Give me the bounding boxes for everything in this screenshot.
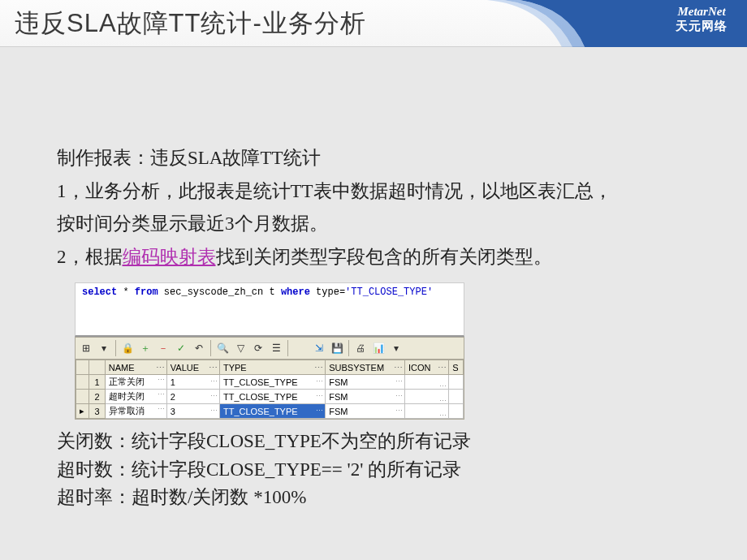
sql-blank-area	[75, 301, 464, 337]
para-2-pre: 2，根据	[57, 247, 123, 267]
page-title: 违反SLA故障TT统计-业务分析	[0, 6, 366, 41]
cell-value: 1⋯	[166, 375, 219, 390]
result-toolbar: ⊞ ▾ 🔒 ＋ － ✓ ↶ 🔍 ▽ ⟳ ☰ ⇲ 💾 🖨 📊 ▾	[75, 337, 464, 360]
export-icon[interactable]: ⇲	[312, 341, 326, 355]
col-rownum	[89, 360, 106, 375]
chart-icon[interactable]: 📊	[371, 341, 386, 355]
grid-icon[interactable]: ⊞	[79, 341, 93, 355]
refresh-icon[interactable]: ⟳	[251, 341, 266, 355]
row-marker: ▸	[76, 404, 89, 419]
sql-kw-select: select	[82, 286, 117, 298]
check-icon[interactable]: ✓	[174, 341, 188, 355]
brand-logo: MetarNet 天元网络	[676, 5, 728, 34]
note-timeout-rate: 超时率：超时数/关闭数 *100%	[57, 484, 690, 512]
col-type[interactable]: TYPE⋯	[219, 360, 325, 375]
grid-header-row: NAME⋯ VALUE⋯ TYPE⋯ SUBSYSTEM⋯ ICON⋯ S	[76, 360, 464, 375]
para-intro: 制作报表：违反SLA故障TT统计	[57, 144, 690, 173]
dropdown-icon[interactable]: ▾	[97, 341, 111, 355]
cell-extra	[449, 390, 464, 404]
table-row[interactable]: 1 正常关闭⋯ 1⋯ TT_CLOSE_TYPE⋯ FSM⋯ ⋯	[76, 375, 464, 390]
row-num: 1	[89, 375, 106, 390]
sql-editor-block: select * from sec_syscode_zh_cn t where …	[75, 282, 464, 420]
table-row[interactable]: ▸ 3 异常取消⋯ 3⋯ TT_CLOSE_TYPE⋯ FSM⋯ ⋯	[76, 404, 464, 419]
cell-extra	[449, 375, 464, 390]
separator	[115, 340, 116, 356]
row-num: 2	[89, 390, 106, 404]
slide-content: 制作报表：违反SLA故障TT统计 1，业务分析，此报表是统计TT表中数据超时情况…	[0, 47, 747, 512]
cell-icon: ⋯	[404, 404, 448, 419]
remove-icon[interactable]: －	[156, 341, 171, 355]
row-marker	[76, 375, 89, 390]
separator	[210, 340, 211, 356]
row-num: 3	[89, 404, 106, 419]
cell-icon: ⋯	[404, 390, 448, 404]
notes-block: 关闭数：统计字段CLOSE_TYPE不为空的所有记录 超时数：统计字段CLOSE…	[57, 428, 690, 512]
brand-cn: 天元网络	[676, 19, 728, 34]
sql-string: 'TT_CLOSE_TYPE'	[345, 286, 433, 298]
cell-type: TT_CLOSE_TYPE⋯	[219, 390, 325, 404]
mapping-table-link[interactable]: 编码映射表	[123, 247, 216, 267]
header-decoration: MetarNet 天元网络	[455, 0, 747, 47]
col-icon[interactable]: ICON⋯	[404, 360, 448, 375]
note-timeout-count: 超时数：统计字段CLOSE_TYPE== '2' 的所有记录	[57, 456, 690, 485]
cell-value: 3⋯	[166, 404, 219, 419]
para-2-post: 找到关闭类型字段包含的所有关闭类型。	[216, 247, 552, 267]
separator	[348, 340, 349, 356]
sql-kw-where: where	[281, 286, 310, 298]
para-1b: 按时间分类显示最近3个月数据。	[57, 210, 690, 239]
cell-name: 正常关闭⋯	[105, 375, 166, 390]
para-1a: 1，业务分析，此报表是统计TT表中数据超时情况，以地区表汇总，	[57, 178, 690, 206]
cell-name: 异常取消⋯	[105, 404, 166, 419]
col-name[interactable]: NAME⋯	[105, 360, 166, 375]
dropdown2-icon[interactable]: ▾	[389, 341, 404, 355]
table-row[interactable]: 2 超时关闭⋯ 2⋯ TT_CLOSE_TYPE⋯ FSM⋯ ⋯	[76, 390, 464, 404]
print-icon[interactable]: 🖨	[353, 341, 368, 355]
result-grid[interactable]: NAME⋯ VALUE⋯ TYPE⋯ SUBSYSTEM⋯ ICON⋯ S 1 …	[75, 360, 464, 420]
cell-type: TT_CLOSE_TYPE⋯	[219, 375, 325, 390]
cell-sub: FSM⋯	[326, 404, 405, 419]
col-marker	[76, 360, 89, 375]
cell-name: 超时关闭⋯	[105, 390, 166, 404]
para-2: 2，根据编码映射表找到关闭类型字段包含的所有关闭类型。	[57, 243, 690, 272]
brand-en: MetarNet	[676, 5, 728, 19]
slide-header: 违反SLA故障TT统计-业务分析 MetarNet 天元网络	[0, 0, 747, 47]
lock-icon[interactable]: 🔒	[120, 341, 135, 355]
col-extra[interactable]: S	[449, 360, 464, 375]
save-icon[interactable]: 💾	[330, 341, 344, 355]
undo-icon[interactable]: ↶	[192, 341, 206, 355]
sql-text: select * from sec_syscode_zh_cn t where …	[75, 282, 464, 301]
goto-icon[interactable]: ☰	[269, 341, 283, 355]
sql-kw-from: from	[135, 286, 158, 298]
add-icon[interactable]: ＋	[138, 341, 153, 355]
cell-extra	[449, 404, 464, 419]
col-subsystem[interactable]: SUBSYSTEM⋯	[326, 360, 405, 375]
separator	[287, 340, 288, 356]
cell-type-selected: TT_CLOSE_TYPE⋯	[219, 404, 325, 419]
row-marker	[76, 390, 89, 404]
cell-value: 2⋯	[166, 390, 219, 404]
filter-icon[interactable]: ▽	[233, 341, 248, 355]
cell-sub: FSM⋯	[326, 375, 405, 390]
find-icon[interactable]: 🔍	[215, 341, 230, 355]
cell-icon: ⋯	[404, 375, 448, 390]
col-value[interactable]: VALUE⋯	[166, 360, 219, 375]
note-close-count: 关闭数：统计字段CLOSE_TYPE不为空的所有记录	[57, 428, 690, 456]
cell-sub: FSM⋯	[326, 390, 405, 404]
